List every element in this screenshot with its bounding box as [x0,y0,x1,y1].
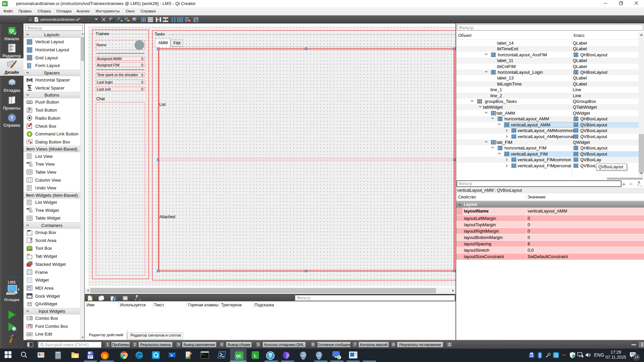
svg-text:?: ? [10,115,13,121]
svg-text:123: 123 [133,18,136,20]
svg-text:Qt: Qt [9,28,14,33]
svg-text:b: b [171,354,173,357]
svg-text:L: L [254,353,257,358]
svg-text:C:\_: C:\_ [201,354,206,356]
svg-text:ABI: ABI [27,333,31,336]
svg-text:OK: OK [28,101,31,104]
svg-text:QC: QC [236,354,241,358]
